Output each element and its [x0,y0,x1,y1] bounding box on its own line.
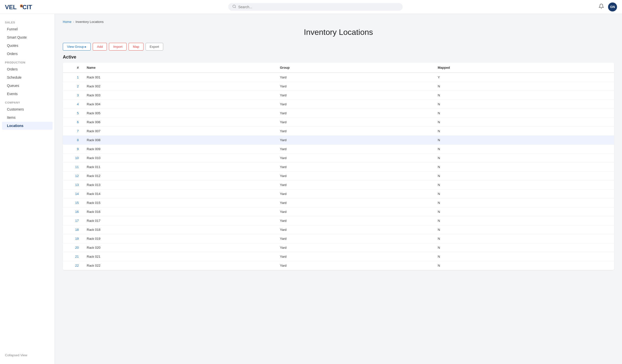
export-button[interactable]: Export [146,43,163,51]
search-icon [232,4,236,9]
row-group: Yard [276,216,434,225]
row-id-link[interactable]: 13 [75,183,79,187]
row-group: Yard [276,100,434,109]
add-button[interactable]: Add [93,43,107,51]
row-name: Rack 015 [83,198,276,207]
row-id-link[interactable]: 17 [75,219,79,223]
row-name: Rack 010 [83,154,276,163]
row-id-link[interactable]: 9 [77,147,79,151]
table-row[interactable]: 21Rack 021YardN [63,252,614,261]
sidebar-item-queues[interactable]: Queues [2,82,53,90]
row-id-link[interactable]: 2 [77,84,79,88]
row-mapped: Y [434,73,614,82]
row-mapped: N [434,216,614,225]
table-row[interactable]: 5Rack 005YardN [63,109,614,118]
row-mapped: N [434,172,614,181]
row-id-link[interactable]: 8 [77,138,79,142]
row-mapped: N [434,243,614,252]
table-row[interactable]: 1Rack 001YardY [63,73,614,82]
logo-svg: VEL CITY [5,2,32,11]
sidebar-item-locations[interactable]: Locations [2,122,53,130]
row-id-link[interactable]: 4 [77,102,79,106]
row-mapped: N [434,261,614,270]
row-mapped: N [434,207,614,216]
col-header-name: Name [83,63,276,73]
row-id-link[interactable]: 5 [77,111,79,115]
row-id-link[interactable]: 7 [77,129,79,133]
sidebar-item-customers[interactable]: Customers [2,105,53,113]
sidebar-item-events[interactable]: Events [2,90,53,98]
table-row[interactable]: 15Rack 015YardN [63,198,614,207]
row-name: Rack 020 [83,243,276,252]
sidebar-item-funnel[interactable]: Funnel [2,25,53,33]
search-input[interactable] [238,5,399,9]
sidebar-item-orders-prod[interactable]: Orders [2,65,53,73]
table-row[interactable]: 6Rack 006YardN [63,118,614,127]
search-container [228,3,403,11]
row-name: Rack 019 [83,234,276,243]
table-row[interactable]: 10Rack 010YardN [63,154,614,163]
row-id-link[interactable]: 12 [75,174,79,178]
row-id-link[interactable]: 15 [75,201,79,205]
row-mapped: N [434,225,614,234]
row-mapped: N [434,145,614,154]
table-row[interactable]: 2Rack 002YardN [63,82,614,91]
user-avatar[interactable]: GN [608,2,617,11]
row-mapped: N [434,82,614,91]
sidebar-item-smart-quote[interactable]: Smart Quote [2,33,53,41]
notification-bell-icon[interactable] [599,3,604,10]
row-group: Yard [276,172,434,181]
row-group: Yard [276,73,434,82]
table-row[interactable]: 14Rack 014YardN [63,189,614,198]
row-mapped: N [434,109,614,118]
import-button[interactable]: Import [109,43,127,51]
sidebar-item-quotes[interactable]: Quotes [2,42,53,50]
table-row[interactable]: 12Rack 012YardN [63,172,614,181]
row-id-link[interactable]: 19 [75,237,79,241]
collapsed-view-button[interactable]: Collapsed View [0,351,55,359]
breadcrumb-current: Inventory Locations [76,20,104,24]
table-row[interactable]: 4Rack 004YardN [63,100,614,109]
row-id-link[interactable]: 22 [75,264,79,267]
logo: VEL CITY [5,2,32,11]
table-row[interactable]: 13Rack 013YardN [63,181,614,189]
row-id-link[interactable]: 10 [75,156,79,160]
map-button[interactable]: Map [129,43,143,51]
row-id-link[interactable]: 20 [75,246,79,249]
table-row[interactable]: 3Rack 003YardN [63,91,614,100]
table-row[interactable]: 7Rack 007YardN [63,127,614,136]
row-name: Rack 003 [83,91,276,100]
row-id-link[interactable]: 16 [75,210,79,214]
row-name: Rack 011 [83,163,276,172]
row-group: Yard [276,189,434,198]
row-name: Rack 008 [83,136,276,145]
row-id-link[interactable]: 21 [75,255,79,258]
toolbar: View Group ▸ Add Import Map Export [63,43,614,51]
row-id-link[interactable]: 18 [75,228,79,232]
table-row[interactable]: 22Rack 022YardN [63,261,614,270]
view-group-button[interactable]: View Group ▸ [63,43,91,51]
table-row[interactable]: 16Rack 016YardN [63,207,614,216]
section-title: Active [63,55,614,60]
table-row[interactable]: 19Rack 019YardN [63,234,614,243]
table-row[interactable]: 17Rack 017YardN [63,216,614,225]
breadcrumb-home[interactable]: Home [63,20,72,24]
row-id-link[interactable]: 11 [75,165,79,169]
main-layout: SALES Funnel Smart Quote Quotes Orders P… [0,14,622,364]
table-row[interactable]: 8Rack 008YardN [63,136,614,145]
table-row[interactable]: 9Rack 009YardN [63,145,614,154]
table-row[interactable]: 18Rack 018YardN [63,225,614,234]
row-mapped: N [434,163,614,172]
row-id-link[interactable]: 3 [77,93,79,97]
row-id-link[interactable]: 6 [77,120,79,124]
sidebar-item-orders-sales[interactable]: Orders [2,50,53,58]
sidebar-item-items[interactable]: Items [2,114,53,121]
table-row[interactable]: 11Rack 011YardN [63,163,614,172]
row-id-link[interactable]: 1 [77,75,79,79]
table-row[interactable]: 20Rack 020YardN [63,243,614,252]
row-name: Rack 009 [83,145,276,154]
row-name: Rack 005 [83,109,276,118]
col-header-group: Group [276,63,434,73]
row-id-link[interactable]: 14 [75,192,79,196]
sidebar-item-schedule[interactable]: Schedule [2,73,53,81]
